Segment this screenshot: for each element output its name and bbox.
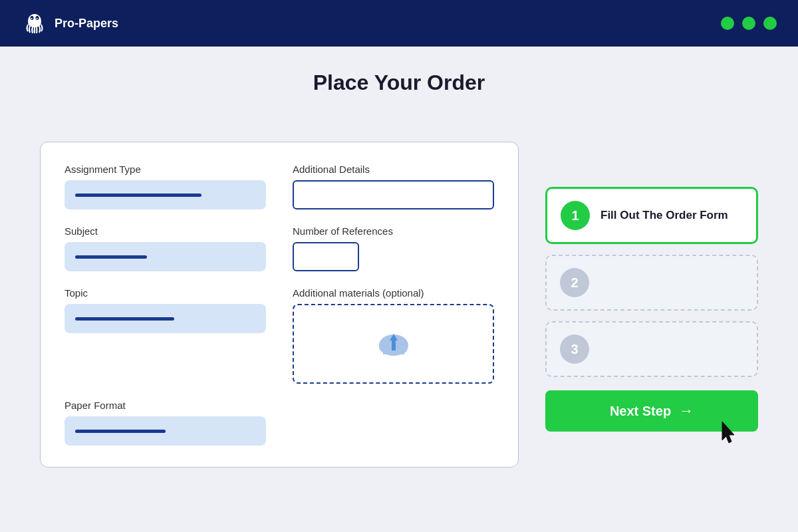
topic-label: Topic — [65, 287, 266, 299]
additional-details-label: Additional Details — [293, 164, 494, 175]
paper-format-select[interactable] — [65, 416, 266, 446]
paper-format-group: Paper Format — [65, 400, 266, 446]
step-3-card: 3 — [545, 321, 758, 377]
left-section: Assignment Type Additional Details Subje… — [40, 142, 519, 467]
additional-details-group: Additional Details — [293, 164, 494, 209]
subject-group: Subject — [65, 225, 266, 271]
additional-materials-label: Additional materials (optional) — [293, 287, 494, 299]
paper-format-label: Paper Format — [65, 400, 266, 411]
order-form-card: Assignment Type Additional Details Subje… — [40, 142, 519, 467]
additional-materials-group: Additional materials (optional) — [293, 287, 494, 384]
step-2-number: 2 — [560, 268, 589, 297]
upload-area[interactable] — [293, 304, 494, 384]
svg-point-3 — [31, 18, 33, 19]
step-1-text: Fill Out The Order Form — [600, 208, 743, 223]
topic-bar-fill — [75, 317, 174, 321]
next-step-label: Next Step — [610, 404, 671, 419]
page-title: Place Your Order — [40, 70, 758, 95]
upload-cloud-icon — [372, 324, 415, 364]
svg-point-1 — [31, 16, 34, 20]
next-step-button[interactable]: Next Step → — [545, 390, 758, 432]
subject-label: Subject — [65, 225, 266, 237]
assignment-type-group: Assignment Type — [65, 164, 266, 209]
svg-point-2 — [36, 16, 39, 20]
topic-select[interactable] — [65, 304, 266, 333]
brand-name: Pro-Papers — [55, 17, 118, 31]
subject-bar-fill — [75, 255, 147, 259]
next-step-arrow-icon: → — [679, 402, 694, 420]
right-sidebar: 1 Fill Out The Order Form 2 3 Next Step … — [545, 187, 758, 467]
step-1-card: 1 Fill Out The Order Form — [545, 187, 758, 244]
assignment-type-select[interactable] — [65, 180, 266, 209]
octopus-icon — [21, 10, 48, 37]
step-2-card: 2 — [545, 255, 758, 311]
header-dot-3 — [763, 17, 777, 30]
subject-select[interactable] — [65, 242, 266, 271]
upload-icon-container — [372, 324, 415, 364]
step-1-number: 1 — [561, 201, 590, 230]
header-dot-2 — [742, 17, 755, 30]
additional-details-input[interactable] — [293, 180, 494, 209]
number-of-references-label: Number of References — [293, 225, 494, 237]
number-of-references-control: ▼ — [293, 242, 359, 271]
step-1-title: Fill Out The Order Form — [600, 208, 743, 223]
topic-group: Topic — [65, 287, 266, 384]
header: Pro-Papers — [0, 0, 798, 47]
assignment-type-label: Assignment Type — [65, 164, 266, 175]
header-dots — [721, 17, 777, 30]
svg-point-4 — [37, 18, 38, 19]
number-of-references-group: Number of References ▼ — [293, 225, 494, 271]
paper-format-bar-fill — [75, 430, 166, 433]
assignment-type-bar-fill — [75, 194, 201, 197]
main-content: Assignment Type Additional Details Subje… — [0, 115, 798, 494]
logo: Pro-Papers — [21, 10, 118, 37]
header-dot-1 — [721, 17, 734, 30]
step-3-number: 3 — [560, 334, 589, 364]
references-value-input[interactable] — [294, 246, 359, 268]
